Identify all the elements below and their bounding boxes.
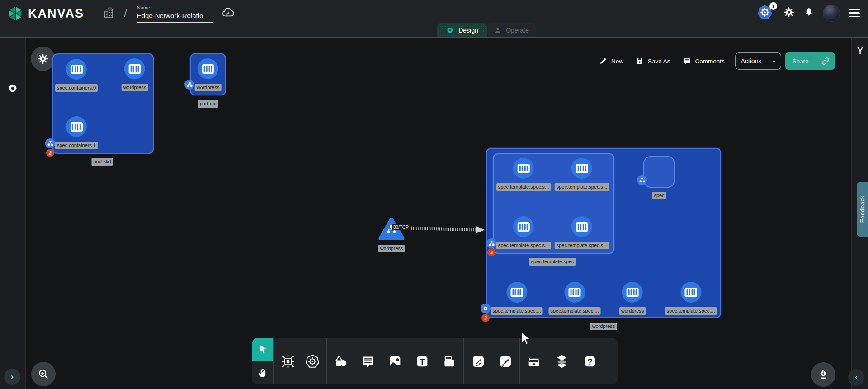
layers-icon: [554, 354, 570, 369]
pen-nib-icon: [817, 368, 830, 381]
node-wp-container-1[interactable]: spec.template.spec....: [549, 282, 601, 315]
container-icon: [518, 222, 530, 232]
whiteboard-pen-button[interactable]: [811, 362, 835, 387]
name-field-label: Name: [137, 5, 213, 10]
node-template-container-1[interactable]: spec.template.spec.s...: [555, 158, 609, 191]
issue-count-badge[interactable]: 3: [487, 248, 495, 256]
header-left: KANVAS / Name Edge-Network-Relatio: [7, 0, 235, 27]
relationship-badge[interactable]: [184, 80, 194, 90]
copy-link-icon[interactable]: [816, 57, 835, 66]
node-spec-containers-0[interactable]: spec.containers.0: [55, 59, 98, 92]
actions-dropdown-button[interactable]: Actions ▾: [735, 52, 781, 70]
meshery-spiral-icon[interactable]: [6, 82, 19, 96]
comment-tool[interactable]: [360, 353, 376, 370]
node-label: wordpress: [619, 307, 646, 315]
sitemap-icon: [489, 241, 495, 246]
node-template-container-3[interactable]: spec.template.spec.s...: [555, 216, 609, 249]
edge-pen-tool[interactable]: [470, 353, 486, 370]
container-icon: [685, 288, 697, 297]
kanvas-app: KANVAS / Name Edge-Network-Relatio: [0, 0, 868, 389]
node-wordpress-service[interactable]: wordpress: [378, 216, 405, 252]
collapse-badge[interactable]: [481, 304, 491, 313]
node-spec[interactable]: [643, 156, 675, 188]
save-icon: [636, 57, 644, 65]
notifications-bell-icon[interactable]: [803, 6, 814, 20]
container-icon: [71, 122, 83, 132]
text-tool[interactable]: T: [414, 353, 430, 370]
expand-panel-button[interactable]: ›: [4, 369, 20, 385]
node-spec-containers-1[interactable]: spec.containers.1: [55, 116, 98, 149]
node-template-container-2[interactable]: spec.template.spec.s...: [496, 216, 551, 249]
component-tools: [274, 338, 326, 384]
user-avatar[interactable]: [823, 5, 840, 22]
breadcrumb-separator: /: [124, 7, 127, 20]
relationship-badge[interactable]: [45, 138, 55, 148]
new-button[interactable]: New: [599, 57, 623, 65]
annotation-tools: T: [327, 338, 463, 384]
node-config-gear-button[interactable]: [31, 47, 55, 71]
mouse-cursor: [520, 332, 532, 344]
zoom-button[interactable]: [31, 362, 56, 386]
tab-operate-label: Operate: [506, 27, 529, 34]
image-icon: [387, 354, 403, 369]
drawer-icon: [526, 354, 542, 369]
actions-label: Actions: [736, 57, 767, 65]
design-name-input[interactable]: Edge-Network-Relatio: [137, 11, 213, 23]
comments-button[interactable]: Comments: [683, 57, 725, 66]
kanvas-wordmark: KANVAS: [28, 7, 84, 21]
pointer-tools: [252, 338, 273, 384]
group-label-spec-template-spec: spec.template.spec: [529, 258, 576, 266]
tab-design[interactable]: Design: [437, 23, 487, 37]
edge-port-label: 80/TCP: [392, 224, 410, 230]
comment-icon: [683, 57, 691, 66]
relationship-badge[interactable]: [486, 238, 496, 248]
sitemap-icon: [187, 82, 193, 87]
pan-tool[interactable]: [252, 361, 273, 385]
header-right: 1: [756, 0, 860, 26]
feedback-tab[interactable]: Feedback: [857, 182, 868, 237]
left-rail: ›: [0, 38, 26, 389]
issue-count-badge[interactable]: 3: [481, 314, 490, 322]
node-wordpress-container-1[interactable]: wordpress: [122, 58, 148, 91]
menu-hamburger-icon[interactable]: [849, 9, 860, 18]
node-wordpress-container-2[interactable]: wordpress: [195, 58, 222, 91]
group-label-wordpress: wordpress: [590, 323, 617, 330]
image-tool[interactable]: [387, 353, 403, 370]
help-tool[interactable]: ?: [582, 353, 598, 370]
share-button[interactable]: Share: [785, 52, 835, 70]
chevron-down-icon[interactable]: ▾: [767, 59, 781, 64]
settings-gear-icon[interactable]: [783, 6, 795, 20]
sitemap-icon: [639, 177, 645, 183]
chevron-right-icon: ›: [11, 372, 14, 381]
kubernetes-context-button[interactable]: 1: [756, 4, 774, 22]
comment-icon: [360, 354, 376, 369]
node-wp-container-2[interactable]: wordpress: [619, 282, 646, 315]
header-divider: [0, 37, 868, 38]
cloud-saved-icon: [221, 7, 235, 20]
select-tool[interactable]: [252, 338, 273, 361]
spiral-icon: [482, 305, 489, 312]
layers-tool[interactable]: [554, 353, 570, 370]
node-label: spec.template.spec....: [665, 307, 717, 315]
organization-icon[interactable]: [103, 6, 115, 21]
node-wp-container-0[interactable]: spec.template.spec....: [491, 282, 543, 315]
node-label: spec.containers.1: [55, 142, 98, 149]
mode-tabs: Design Operate: [437, 23, 536, 37]
import-drawer-tool[interactable]: [526, 353, 542, 370]
freehand-pencil-tool[interactable]: [497, 353, 514, 370]
issue-count-badge[interactable]: 2: [46, 149, 54, 157]
kubernetes-tool[interactable]: [304, 353, 321, 370]
chip-icon: [280, 354, 296, 369]
shapes-tool[interactable]: [333, 353, 349, 370]
node-label: spec.template.spec.s...: [496, 242, 551, 249]
components-tool[interactable]: [280, 353, 296, 370]
node-wp-container-3[interactable]: spec.template.spec....: [665, 282, 717, 315]
save-as-button[interactable]: Save As: [636, 57, 670, 65]
feedback-label: Feedback: [859, 195, 866, 223]
relationship-badge[interactable]: [637, 175, 647, 185]
helm-wheel-icon: [305, 354, 320, 369]
collapse-panel-button[interactable]: ‹: [848, 369, 864, 385]
node-template-container-0[interactable]: spec.template.spec.s...: [496, 158, 551, 191]
note-tool[interactable]: [441, 353, 458, 370]
tab-operate[interactable]: Operate: [487, 23, 536, 37]
